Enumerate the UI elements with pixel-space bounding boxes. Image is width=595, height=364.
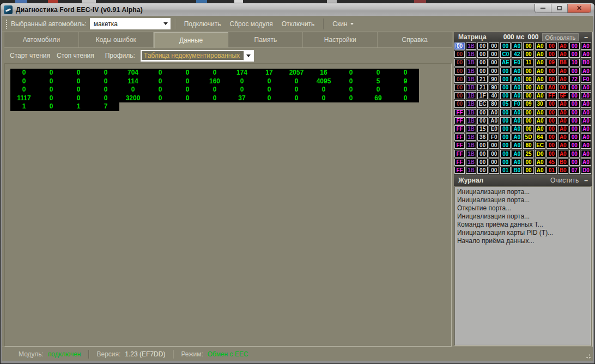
matrix-cell[interactable]: A0 xyxy=(558,134,568,141)
matrix-cell[interactable]: 00 xyxy=(500,109,511,116)
matrix-cell[interactable]: 00 xyxy=(523,43,533,50)
matrix-cell[interactable]: FF xyxy=(454,142,465,149)
matrix-cell[interactable]: 1B xyxy=(466,150,476,157)
matrix-cell[interactable]: FF xyxy=(454,134,465,141)
resize-grip-icon[interactable] xyxy=(584,352,591,359)
matrix-cell[interactable]: 00 xyxy=(489,150,499,157)
matrix-cell[interactable]: 00 xyxy=(569,109,580,116)
toolbar-grip-icon[interactable] xyxy=(5,19,8,29)
matrix-cell[interactable]: A0 xyxy=(581,51,591,58)
matrix-cell[interactable]: 00 xyxy=(454,59,465,66)
matrix-cell[interactable]: A0 xyxy=(581,92,591,99)
matrix-cell[interactable]: A0 xyxy=(558,76,568,83)
matrix-cell[interactable]: 00 xyxy=(523,117,533,124)
matrix-cell[interactable]: AE xyxy=(500,59,511,66)
matrix-cell[interactable]: A0 xyxy=(581,84,591,91)
matrix-cell[interactable]: 1B xyxy=(466,142,476,149)
matrix-cell[interactable]: A0 xyxy=(512,125,522,132)
matrix-cell[interactable]: 00 xyxy=(500,92,511,99)
close-button-icon[interactable]: ✕ xyxy=(568,4,591,13)
matrix-cell[interactable]: 1B xyxy=(466,159,476,166)
matrix-cell[interactable]: 00 xyxy=(500,159,511,166)
matrix-cell[interactable]: 40 xyxy=(489,92,499,99)
skin-menu-button[interactable]: Скин xyxy=(328,18,357,30)
matrix-cell[interactable]: 1B xyxy=(466,68,476,75)
matrix-cell[interactable]: 00 xyxy=(500,125,511,132)
matrix-cell[interactable]: 00 xyxy=(523,109,533,116)
matrix-cell[interactable]: D0 xyxy=(535,150,545,157)
matrix-cell[interactable]: A0 xyxy=(581,150,591,157)
matrix-cell[interactable]: 00 xyxy=(547,109,557,116)
matrix-cell[interactable]: 00 xyxy=(477,142,488,149)
matrix-cell[interactable]: 00 xyxy=(547,51,557,58)
matrix-cell[interactable]: 64 xyxy=(535,134,545,141)
matrix-cell[interactable]: A0 xyxy=(535,125,545,132)
matrix-cell[interactable]: 42 xyxy=(512,51,522,58)
matrix-cell[interactable]: 00 xyxy=(489,51,499,58)
matrix-cell[interactable]: A0 xyxy=(535,76,545,83)
matrix-cell[interactable]: 00 xyxy=(489,43,499,50)
matrix-cell[interactable]: A0 xyxy=(558,142,568,149)
matrix-cell[interactable]: 00 xyxy=(454,92,465,99)
minimize-button-icon[interactable] xyxy=(535,4,551,13)
tab-Память[interactable]: Память xyxy=(228,32,303,47)
matrix-cell[interactable]: A0 xyxy=(581,117,591,124)
matrix-cell[interactable]: 00 xyxy=(523,51,533,58)
matrix-cell[interactable]: 00 xyxy=(477,59,488,66)
matrix-cell[interactable]: B0 xyxy=(558,167,568,174)
matrix-cell[interactable]: 01 xyxy=(547,167,557,174)
matrix-cell[interactable]: C0 xyxy=(500,51,511,58)
matrix-cell[interactable]: EC xyxy=(477,100,488,107)
matrix-cell[interactable]: 1B xyxy=(466,167,476,174)
matrix-cell[interactable]: A0 xyxy=(512,142,522,149)
journal-log-list[interactable]: Инициализация порта...Инициализация порт… xyxy=(454,186,591,345)
matrix-cell[interactable]: 00 xyxy=(523,167,533,174)
matrix-cell[interactable]: 00 xyxy=(523,76,533,83)
matrix-cell[interactable]: A0 xyxy=(512,134,522,141)
matrix-cell[interactable]: 00 xyxy=(454,68,465,75)
matrix-cell[interactable]: A0 xyxy=(558,117,568,124)
matrix-cell[interactable]: 72 xyxy=(569,76,580,83)
matrix-cell[interactable]: 00 xyxy=(569,117,580,124)
matrix-cell[interactable]: A0 xyxy=(581,159,591,166)
matrix-cell[interactable]: A0 xyxy=(512,68,522,75)
matrix-cell[interactable]: 00 xyxy=(547,117,557,124)
matrix-cell[interactable]: A0 xyxy=(581,43,591,50)
matrix-cell[interactable]: 00 xyxy=(523,92,533,99)
matrix-cell[interactable]: 11 xyxy=(523,59,533,66)
matrix-cell[interactable]: 07 xyxy=(569,167,580,174)
matrix-cell[interactable]: 21 xyxy=(477,76,488,83)
module-reset-button[interactable]: Сброс модуля xyxy=(226,18,277,30)
matrix-cell[interactable]: A0 xyxy=(512,117,522,124)
tab-Данные[interactable]: Данные xyxy=(154,32,229,48)
matrix-cell[interactable]: A0 xyxy=(558,150,568,157)
matrix-cell[interactable]: F0 xyxy=(512,100,522,107)
matrix-cell[interactable]: 00 xyxy=(569,142,580,149)
matrix-cell[interactable]: 15 xyxy=(477,125,488,132)
matrix-cell[interactable]: A0 xyxy=(547,84,557,91)
matrix-cell[interactable]: A0 xyxy=(535,117,545,124)
matrix-collapse-button[interactable]: – xyxy=(582,33,590,41)
matrix-cell[interactable]: 00 xyxy=(523,84,533,91)
tab-Справка[interactable]: Справка xyxy=(378,32,452,47)
matrix-cell[interactable]: A0 xyxy=(512,43,522,50)
matrix-cell[interactable]: A0 xyxy=(535,159,545,166)
matrix-cell[interactable]: FF xyxy=(454,109,465,116)
car-select-combobox[interactable]: макетка xyxy=(90,18,171,29)
matrix-cell[interactable]: B8 xyxy=(558,59,568,66)
matrix-cell[interactable]: A0 xyxy=(535,167,545,174)
matrix-cell[interactable]: 21 xyxy=(477,84,488,91)
matrix-cell[interactable]: 80 xyxy=(489,100,499,107)
matrix-cell[interactable]: 00 xyxy=(477,150,488,157)
matrix-cell[interactable]: B0 xyxy=(512,167,522,174)
matrix-cell[interactable]: D0 xyxy=(581,167,591,174)
matrix-cell[interactable]: 05 xyxy=(500,100,511,107)
matrix-cell[interactable]: 00 xyxy=(477,109,488,116)
matrix-cell[interactable]: 00 xyxy=(569,92,580,99)
matrix-cell[interactable]: 00 xyxy=(500,134,511,141)
matrix-cell[interactable]: 00 xyxy=(547,134,557,141)
matrix-cell[interactable]: A0 xyxy=(581,125,591,132)
chevron-down-icon[interactable] xyxy=(244,51,253,60)
matrix-cell[interactable]: 00 xyxy=(569,68,580,75)
matrix-cell[interactable]: 00 xyxy=(489,142,499,149)
